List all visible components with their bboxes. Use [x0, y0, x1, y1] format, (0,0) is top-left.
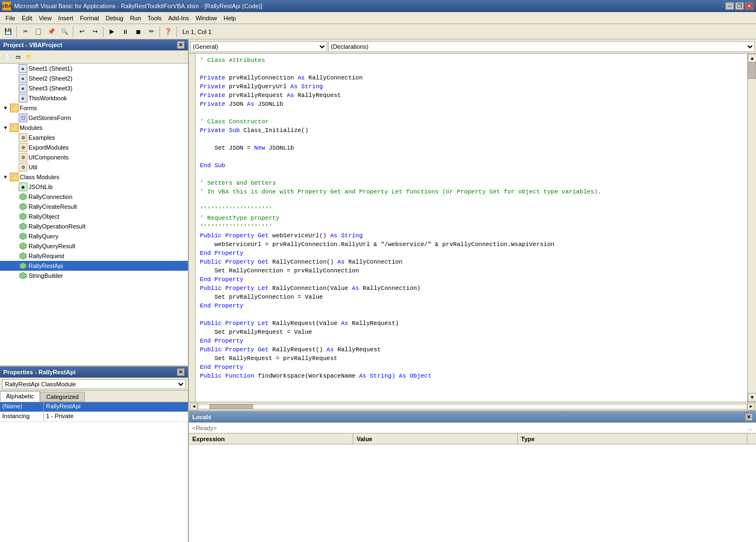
expander-sheet2[interactable] [10, 74, 19, 83]
tab-alphabetic[interactable]: Alphabetic [0, 391, 40, 402]
toolbar-copy[interactable]: 📋 [32, 26, 44, 38]
tree-item-util[interactable]: ⚙ Util [0, 162, 188, 172]
expander-uicomponents[interactable] [10, 153, 19, 162]
project-tree[interactable]: ■ Sheet1 (Sheet1) ■ Sheet2 (Sheet2) ■ Sh… [0, 64, 188, 366]
tree-item-forms[interactable]: ▼ 📁 Forms [0, 103, 188, 113]
locals-panel: Locals ✕ <Ready> ... Expression Value Ty… [189, 410, 756, 542]
main-layout: Project - VBAProject ✕ 📄 🗃 📁 ■ Sheet1 (S… [0, 39, 756, 542]
tree-item-rallyrequest[interactable]: RallyRequest [0, 251, 188, 261]
expander-modules[interactable]: ▼ [1, 123, 10, 132]
label-jsonlib: JSONLib [28, 184, 53, 190]
toolbar-find[interactable]: 🔍 [59, 26, 71, 38]
expander-jsonlib[interactable] [10, 182, 19, 191]
expander-getstoriesform[interactable] [10, 113, 19, 122]
menu-window[interactable]: Window [192, 14, 220, 22]
toolbar-run[interactable]: ▶ [106, 26, 118, 38]
tree-item-rallyconnection[interactable]: RallyConnection [0, 192, 188, 202]
hscroll-thumb[interactable] [209, 404, 253, 409]
project-view-object[interactable]: 🗃 [13, 52, 23, 62]
locals-close-btn[interactable]: ✕ [745, 413, 753, 421]
menu-file[interactable]: File [2, 14, 19, 22]
code-content[interactable]: ' Class Attributes Private prvRallyConne… [196, 54, 747, 402]
expander-rallyoperationresult[interactable] [10, 222, 19, 231]
hscroll-track[interactable] [198, 404, 747, 409]
code-vscrollbar[interactable]: ▲ ▼ [747, 54, 756, 402]
project-panel-close[interactable]: ✕ [177, 41, 185, 49]
props-row-instancing[interactable]: Instancing 1 - Private [0, 412, 188, 422]
restore-button[interactable]: ❐ [735, 2, 744, 10]
expander-thisworkbook[interactable] [10, 94, 19, 102]
expander-exportmodules[interactable] [10, 143, 19, 152]
tree-item-stringbuilder[interactable]: StringBuilder [0, 271, 188, 281]
toolbar-help[interactable]: ❓ [162, 26, 174, 38]
expander-rallycreateresult[interactable] [10, 202, 19, 211]
code-procedure-dropdown[interactable]: (Declarations) [328, 41, 755, 52]
tree-item-rallyquery[interactable]: RallyQuery [0, 231, 188, 241]
tree-item-rallyrestapi[interactable]: RallyRestApi [0, 261, 188, 271]
tree-item-getstoriesform[interactable]: ☐ GetStoriesForm [0, 113, 188, 123]
expander-rallyrestapi[interactable] [10, 261, 19, 270]
menu-insert[interactable]: Insert [55, 14, 77, 22]
expander-rallyobject[interactable] [10, 212, 19, 221]
project-panel-header: Project - VBAProject ✕ [0, 39, 188, 50]
tree-item-sheet2[interactable]: ■ Sheet2 (Sheet2) [0, 73, 188, 83]
vscroll-track[interactable] [748, 62, 756, 393]
expander-rallyquery[interactable] [10, 232, 19, 241]
tree-item-rallyobject[interactable]: RallyObject [0, 212, 188, 221]
tree-item-rallycreateresult[interactable]: RallyCreateResult [0, 202, 188, 212]
props-row-name[interactable]: (Name) RallyRestApi [0, 402, 188, 412]
tree-item-sheet1[interactable]: ■ Sheet1 (Sheet1) [0, 64, 188, 73]
vscroll-down-btn[interactable]: ▼ [748, 393, 756, 402]
menu-tools[interactable]: Tools [144, 14, 165, 22]
tree-item-rallyqueryresult[interactable]: RallyQueryResult [0, 241, 188, 251]
tree-item-examples[interactable]: ⚙ Examples [0, 133, 188, 142]
tree-item-sheet3[interactable]: ■ Sheet3 (Sheet3) [0, 83, 188, 93]
expander-rallyrequest[interactable] [10, 252, 19, 260]
toolbar-design[interactable]: ✏ [145, 26, 157, 38]
tree-item-jsonlib[interactable]: ◆ JSONLib [0, 182, 188, 192]
expander-sheet1[interactable] [10, 64, 19, 73]
expander-rallyconnection[interactable] [10, 192, 19, 201]
toolbar-undo[interactable]: ↩ [76, 26, 88, 38]
hscroll-left-btn[interactable]: ◄ [190, 403, 198, 410]
menu-help[interactable]: Help [220, 14, 239, 22]
tab-categorized[interactable]: Categorized [40, 392, 84, 402]
menu-run[interactable]: Run [127, 14, 144, 22]
properties-panel-close[interactable]: ✕ [177, 368, 185, 376]
toolbar-reset[interactable]: ⏹ [132, 26, 144, 38]
toolbar-redo[interactable]: ↪ [89, 26, 101, 38]
tree-item-classmodules[interactable]: ▼ 📁 Class Modules [0, 172, 188, 182]
expander-classmodules[interactable]: ▼ [1, 173, 10, 181]
menu-edit[interactable]: Edit [19, 14, 36, 22]
minimize-button[interactable]: ─ [725, 2, 734, 10]
toolbar-save[interactable]: 💾 [2, 26, 14, 38]
menu-view[interactable]: View [36, 14, 55, 22]
vscroll-up-btn[interactable]: ▲ [748, 54, 756, 62]
label-sheet3: Sheet3 (Sheet3) [28, 85, 72, 92]
menu-addins[interactable]: Add-Ins [165, 14, 192, 22]
code-object-dropdown[interactable]: (General) [190, 41, 327, 52]
expander-forms[interactable]: ▼ [1, 104, 10, 112]
expander-examples[interactable] [10, 133, 19, 142]
project-toggle-folders[interactable]: 📁 [24, 52, 34, 62]
close-button[interactable]: ✕ [745, 2, 754, 10]
hscroll-right-btn[interactable]: ► [747, 403, 755, 410]
expander-stringbuilder[interactable] [10, 271, 19, 280]
toolbar-paste[interactable]: 📌 [45, 26, 58, 38]
tree-item-rallyoperationresult[interactable]: RallyOperationResult [0, 221, 188, 231]
project-view-code[interactable]: 📄 [2, 52, 12, 62]
tree-item-modules[interactable]: ▼ 📁 Modules [0, 123, 188, 133]
properties-object-dropdown[interactable]: RallyRestApi ClassModule [2, 379, 186, 389]
vscroll-thumb[interactable] [748, 62, 756, 79]
expander-rallyqueryresult[interactable] [10, 242, 19, 250]
tree-item-uicomponents[interactable]: ⚙ UIComponents [0, 152, 188, 162]
menu-format[interactable]: Format [77, 14, 102, 22]
toolbar-break[interactable]: ⏸ [119, 26, 131, 38]
menu-debug[interactable]: Debug [102, 14, 127, 22]
expander-util[interactable] [10, 163, 19, 172]
expander-sheet3[interactable] [10, 84, 19, 93]
tree-item-thisworkbook[interactable]: ■ ThisWorkbook [0, 93, 188, 103]
tree-item-exportmodules[interactable]: ⚙ ExportModules [0, 142, 188, 152]
toolbar-cut[interactable]: ✂ [19, 26, 31, 38]
label-util: Util [28, 164, 37, 170]
